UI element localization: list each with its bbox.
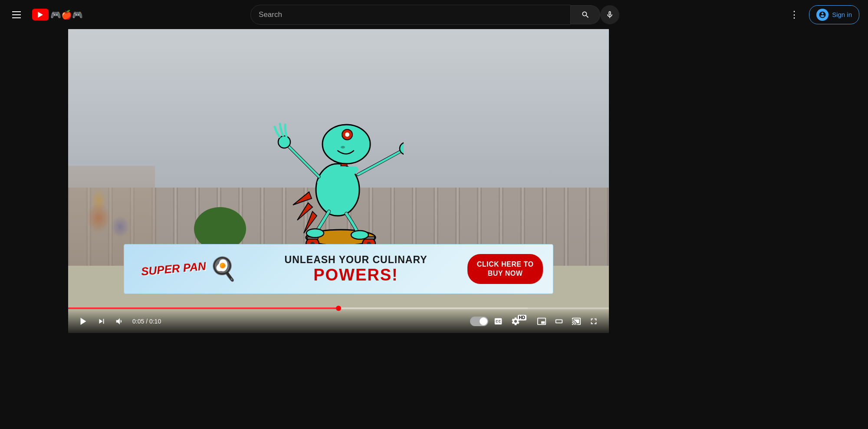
right-controls: HD	[470, 314, 601, 329]
logo-emojis: 🎮🍎🎮	[50, 10, 83, 20]
captions-button[interactable]	[491, 314, 506, 329]
svg-point-18	[278, 136, 290, 148]
cast-icon	[572, 317, 581, 326]
sign-in-label: Sign in	[832, 11, 852, 18]
search-bar	[250, 5, 619, 25]
ad-cta-line2: BUY NOW	[488, 270, 523, 277]
miniplayer-icon	[537, 317, 546, 326]
sign-in-avatar-icon	[816, 9, 829, 21]
play-icon	[79, 317, 88, 326]
theater-button[interactable]	[552, 314, 566, 329]
fullscreen-button[interactable]	[586, 314, 601, 329]
hamburger-menu[interactable]	[9, 8, 24, 22]
youtube-logo[interactable]: 🎮🍎🎮	[32, 9, 83, 20]
search-input[interactable]	[251, 5, 570, 24]
volume-icon	[115, 317, 125, 326]
ad-cta-button[interactable]: CLICK HERE TO BUY NOW	[467, 254, 543, 284]
svg-point-21	[351, 231, 368, 239]
sign-in-button[interactable]: Sign in	[809, 5, 859, 24]
youtube-logo-icon	[32, 9, 49, 20]
captions-icon	[493, 317, 503, 326]
options-button[interactable]: ⋮	[787, 7, 802, 23]
search-area	[83, 5, 787, 25]
cast-button[interactable]	[569, 314, 584, 329]
ad-headline-2: POWERS!	[259, 266, 453, 284]
svg-point-20	[306, 229, 324, 238]
dino-character	[273, 51, 404, 261]
autoplay-toggle[interactable]	[470, 317, 488, 326]
autoplay-track[interactable]	[470, 317, 488, 326]
mic-button[interactable]	[600, 5, 619, 24]
skip-next-button[interactable]	[94, 314, 109, 329]
mic-icon	[605, 10, 614, 19]
svg-point-15	[345, 132, 349, 137]
video-player[interactable]: SUPER PAN 🍳 UNLEASH YOUR CULINARY POWERS…	[68, 29, 609, 333]
ad-left-section: SUPER PAN 🍳	[124, 251, 254, 287]
ad-pan-icon: 🍳	[209, 256, 237, 282]
ad-headline-1: UNLEASH YOUR CULINARY	[259, 254, 453, 266]
play-button[interactable]	[76, 314, 91, 329]
miniplayer-button[interactable]	[534, 314, 549, 329]
search-icon	[581, 10, 590, 19]
ad-cta-line1: CLICK HERE TO	[477, 261, 534, 268]
time-display: 0:05 / 0:10	[132, 318, 161, 325]
autoplay-thumb	[480, 317, 487, 325]
player-controls: 0:05 / 0:10 HD	[68, 309, 609, 333]
skip-next-icon	[97, 317, 106, 326]
ad-brand: SUPER PAN	[141, 260, 207, 278]
ad-middle-section: UNLEASH YOUR CULINARY POWERS!	[254, 250, 457, 289]
search-button[interactable]	[571, 5, 600, 24]
ad-right-section[interactable]: CLICK HERE TO BUY NOW	[457, 250, 553, 289]
settings-button[interactable]: HD	[508, 314, 532, 329]
top-nav: 🎮🍎🎮 ⋮	[0, 0, 868, 29]
search-input-wrap	[250, 5, 571, 25]
hd-badge: HD	[518, 315, 526, 320]
volume-button[interactable]	[112, 314, 127, 329]
dino-svg	[273, 51, 404, 259]
fullscreen-icon	[589, 317, 598, 326]
nav-right: ⋮ Sign in	[787, 5, 859, 24]
svg-marker-22	[81, 317, 86, 325]
theater-icon	[554, 317, 564, 326]
ad-banner[interactable]: SUPER PAN 🍳 UNLEASH YOUR CULINARY POWERS…	[124, 244, 553, 294]
svg-point-16	[341, 146, 345, 148]
